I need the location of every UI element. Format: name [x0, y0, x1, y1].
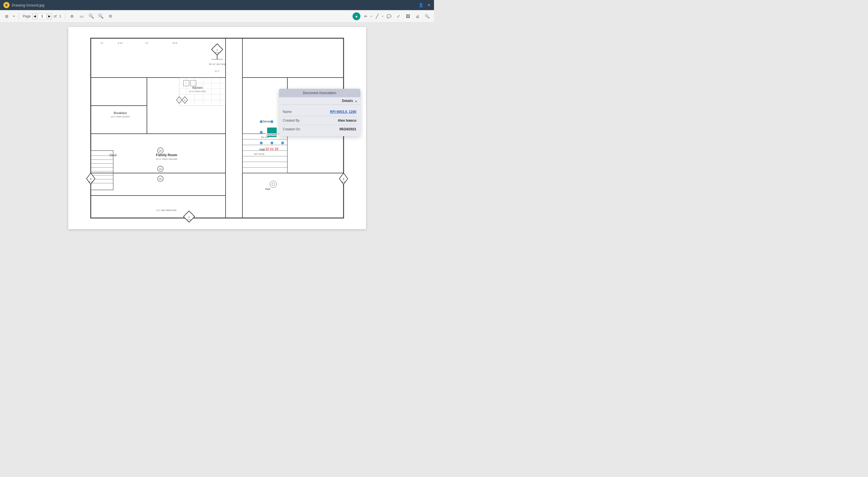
svg-text:3: 3 [343, 178, 344, 180]
app-icon: B [3, 2, 9, 8]
page-of-label: of [54, 14, 57, 18]
page-nav: Page ◀ ▶ of 1 [22, 13, 62, 20]
canvas-area: Kitchen 10'-0" HIGH CEIL Breakfast 10'-0… [0, 23, 434, 238]
title-bar-right: 👤 ✕ [418, 3, 431, 7]
svg-text:Breakfast: Breakfast [114, 111, 126, 115]
svg-text:43'-2": 43'-2" [215, 70, 220, 72]
comment-tool-button[interactable]: 💬 [384, 12, 393, 21]
svg-text:A-13: A-13 [341, 181, 345, 183]
svg-text:10'-0" HIGH CEILING: 10'-0" HIGH CEILING [156, 158, 177, 160]
page-prev-button[interactable]: ◀ [32, 13, 37, 20]
svg-text:1: 1 [188, 216, 190, 218]
line-tool-group: ╱ ▾ [373, 12, 383, 21]
handle-bc[interactable] [271, 141, 273, 145]
svg-text:ART NICHE: ART NICHE [254, 153, 265, 155]
svg-text:10'-0" HIGH CEILING: 10'-0" HIGH CEILING [111, 116, 129, 118]
print-tool-button[interactable]: 🖨 [413, 12, 422, 21]
doc-assoc-name-row: Name RFI-0003.0, 1200 [283, 107, 356, 116]
svg-text:D5: D5 [159, 178, 161, 180]
toolbar-right: ● ✏ ▾ ╱ ▾ 💬 ⤢ 🖼 🖨 🔍 [352, 12, 431, 21]
svg-text:11": 11" [100, 42, 103, 44]
handle-ml[interactable] [260, 131, 262, 134]
svg-text:3: 3 [90, 178, 91, 180]
line-tool-button[interactable]: ╱ [373, 12, 381, 21]
close-icon[interactable]: ✕ [427, 3, 431, 7]
zoom-in-button[interactable]: 🔍 [97, 12, 105, 20]
svg-text:54'-11" [16.74m]: 54'-11" [16.74m] [209, 63, 225, 65]
copy-button[interactable]: ⧉ [106, 12, 114, 20]
handle-br[interactable] [281, 141, 284, 145]
svg-text:A-12: A-12 [187, 219, 191, 221]
page-label: Page [23, 14, 31, 18]
svg-point-66 [270, 181, 277, 188]
draw-tool-group: ✏ ▾ [362, 12, 372, 21]
title-bar-left: B Drawing Ground.jpg [3, 2, 44, 8]
search-tool-button[interactable]: 🔍 [423, 12, 431, 21]
teal-annotation-box: Living Room [267, 128, 277, 137]
svg-text:Kitchen: Kitchen [192, 86, 203, 89]
main-content: Kitchen 10'-0" HIGH CEIL Breakfast 10'-0… [0, 23, 434, 238]
svg-text:6: 6 [184, 99, 185, 101]
createdon-label: Created On [283, 127, 300, 131]
annotation-count-container: 12 vs 10 [259, 146, 284, 151]
page-total-label: 1 [59, 14, 61, 18]
svg-text:Family Room: Family Room [156, 153, 177, 157]
measure-tool-button[interactable]: ⤢ [394, 12, 403, 21]
createdon-value: 05/24/2021 [339, 127, 356, 131]
createdby-label: Created By [283, 119, 300, 123]
sep-1 [19, 13, 19, 20]
doc-assoc-body: Name RFI-0003.0, 1200 Created By Alex Iv… [279, 105, 361, 136]
title-bar: B Drawing Ground.jpg 👤 ✕ [0, 0, 434, 10]
svg-text:11": 11" [145, 42, 148, 44]
svg-text:7: 7 [179, 99, 180, 101]
annotation-count: 12 vs 10 [265, 147, 278, 151]
grid-group: ⊞ ▾ [3, 12, 16, 20]
handle-tl[interactable] [260, 120, 262, 123]
toolbar: ⊞ ▾ Page ◀ ▶ of 1 ⚙ ▭ 🔍 🔍 ⧉ ● ✏ ▾ ╱ ▾ 💬 … [0, 10, 434, 23]
svg-text:4'-10": 4'-10" [118, 42, 123, 44]
draw-tool-arrow[interactable]: ▾ [371, 15, 372, 18]
doc-assoc-header: Document Association [279, 89, 361, 97]
window-title: Drawing Ground.jpg [12, 3, 44, 7]
floor-plan-container: Kitchen 10'-0" HIGH CEIL Breakfast 10'-0… [68, 27, 366, 229]
teal-tool-button[interactable]: ● [352, 12, 361, 20]
svg-text:Pwd: Pwd [265, 188, 270, 190]
thumbnail-button[interactable]: ▭ [78, 12, 86, 20]
svg-text:10'-0" HIGH CEIL: 10'-0" HIGH CEIL [188, 90, 206, 93]
details-label: Details [342, 99, 353, 103]
page-next-button[interactable]: ▶ [47, 13, 52, 20]
handle-tc[interactable] [271, 120, 273, 123]
svg-text:D5: D5 [159, 150, 161, 152]
createdby-value: Alex Ivascu [338, 119, 356, 123]
draw-tool-button[interactable]: ✏ [362, 12, 370, 21]
doc-assoc-createdby-row: Created By Alex Ivascu [283, 116, 356, 125]
dropdown-arrow-button[interactable]: ▾ [12, 12, 16, 20]
name-value-link[interactable]: RFI-0003.0, 1200 [330, 110, 356, 114]
settings-button[interactable]: ⚙ [68, 12, 76, 20]
annotation-room-label: Living Room [266, 133, 278, 136]
svg-text:15'-5": 15'-5" [173, 42, 178, 44]
grid-button[interactable]: ⊞ [3, 12, 11, 20]
name-label: Name [283, 110, 292, 114]
svg-text:D5: D5 [159, 168, 161, 170]
svg-text:1: 1 [217, 49, 218, 51]
line-tool-arrow[interactable]: ▾ [382, 15, 383, 18]
image-tool-button[interactable]: 🖼 [404, 12, 412, 21]
user-icon[interactable]: 👤 [418, 3, 423, 7]
svg-text:D.V. GAS FIREPLACE: D.V. GAS FIREPLACE [156, 209, 177, 211]
svg-text:A-13: A-13 [89, 181, 93, 183]
handle-bl[interactable] [260, 141, 262, 145]
page-input[interactable] [38, 13, 46, 20]
doc-association-popup: Document Association Details ▲ Name RFI-… [279, 89, 361, 136]
sep-2 [65, 13, 65, 20]
doc-assoc-details-header: Details ▲ [279, 97, 361, 105]
zoom-out-button[interactable]: 🔍 [87, 12, 95, 20]
collapse-icon[interactable]: ▲ [355, 99, 358, 102]
doc-assoc-createdon-row: Created On 05/24/2021 [283, 125, 356, 133]
svg-text:A-12: A-12 [215, 52, 219, 53]
